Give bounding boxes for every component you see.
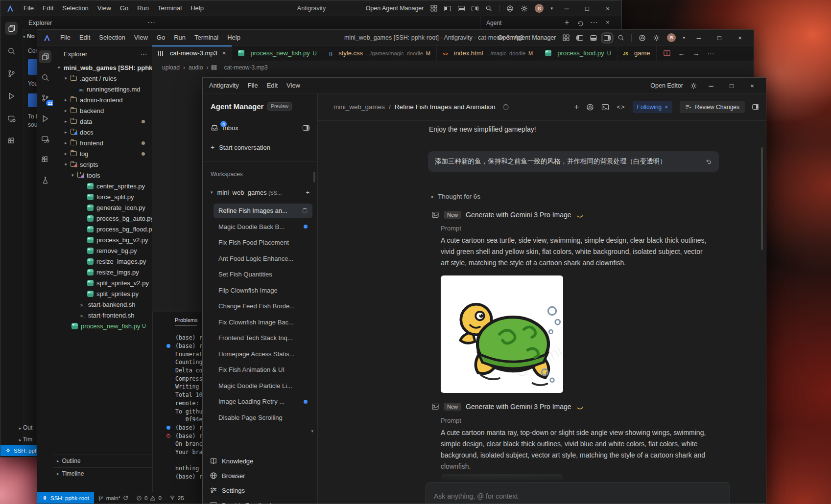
tree-item[interactable]: ▸ data bbox=[53, 116, 152, 127]
editor-more-icon[interactable]: ··· bbox=[708, 49, 714, 57]
layout-grid-icon[interactable] bbox=[430, 5, 437, 12]
tree-item[interactable]: split_sprites.py bbox=[53, 288, 152, 299]
back-minimize-button[interactable]: ─ bbox=[560, 5, 573, 12]
tree-item[interactable]: force_split.py bbox=[53, 191, 152, 202]
conversation-item[interactable]: Frontend Tech Stack Inq... bbox=[214, 331, 312, 345]
toggle-bottom-panel-icon[interactable] bbox=[590, 35, 597, 41]
editor-tab[interactable]: process_food.py U bbox=[539, 46, 617, 61]
toggle-bottom-panel-icon[interactable] bbox=[458, 6, 465, 11]
tree-item[interactable]: start-frontend.sh bbox=[53, 310, 152, 321]
toggle-side-panel-icon[interactable] bbox=[752, 104, 759, 110]
explorer-activity-icon[interactable] bbox=[5, 22, 18, 35]
tree-item[interactable]: process_bg_flood.py bbox=[53, 224, 152, 234]
conversation-item[interactable]: Homepage Access Statis... bbox=[214, 346, 312, 361]
back-explorer-more-icon[interactable]: ··· bbox=[147, 18, 155, 27]
tree-item[interactable]: ▸ backend bbox=[53, 105, 152, 116]
source-control-activity-icon[interactable]: 22 bbox=[39, 92, 51, 104]
conversation-item[interactable]: Magic Doodle Back B... bbox=[214, 219, 312, 234]
agent-maximize-button[interactable]: □ bbox=[725, 82, 738, 90]
nav-forward-icon[interactable]: → bbox=[693, 49, 700, 57]
menu-item[interactable]: Help bbox=[186, 3, 208, 13]
menu-item[interactable]: View bbox=[130, 32, 152, 43]
ide-close-button[interactable]: × bbox=[733, 34, 747, 42]
tree-item[interactable]: resize_images.py bbox=[53, 256, 152, 267]
menu-item[interactable]: Selection bbox=[58, 3, 93, 13]
settings-gear-icon[interactable] bbox=[653, 34, 660, 42]
editor-tab[interactable]: cat-meow-3.mp3 × bbox=[152, 46, 232, 61]
tree-item[interactable]: start-bankend.sh bbox=[53, 299, 152, 310]
ide-minimize-button[interactable]: ─ bbox=[692, 34, 706, 42]
start-conversation-button[interactable]: + Start conversation bbox=[208, 140, 312, 154]
tree-item[interactable]: process_bg_v2.py bbox=[53, 234, 152, 245]
menu-item[interactable]: Go bbox=[116, 3, 133, 13]
run-debug-activity-icon[interactable] bbox=[39, 112, 51, 125]
menu-item[interactable]: Run bbox=[133, 3, 153, 13]
menu-item[interactable]: File bbox=[19, 3, 38, 13]
settings-gear-icon[interactable] bbox=[690, 82, 697, 90]
conversation-item[interactable]: Fix Fish Animation & UI bbox=[214, 363, 312, 377]
conversation-item[interactable]: Set Fish Quantities bbox=[214, 267, 312, 282]
following-chip[interactable]: Following × bbox=[633, 101, 673, 113]
menu-item[interactable]: View bbox=[282, 80, 305, 91]
timeline-section[interactable]: ▸Timeline bbox=[53, 467, 152, 479]
problems-tab[interactable]: Problems bbox=[175, 317, 197, 325]
browser-icon[interactable] bbox=[506, 5, 514, 12]
editor-tab[interactable]: index.html .../magic_doodle M bbox=[437, 46, 539, 61]
review-changes-button[interactable]: Review Changes bbox=[680, 101, 745, 113]
editor-tab[interactable]: process_new_fish.py U bbox=[232, 46, 323, 61]
menu-item[interactable]: Go bbox=[152, 32, 169, 43]
run-debug-activity-icon[interactable] bbox=[5, 90, 18, 102]
open-agent-manager-button[interactable]: Open Agent Manager bbox=[366, 5, 424, 12]
generated-turtle-image[interactable]: Gemini bbox=[441, 275, 563, 393]
back-close-button[interactable]: × bbox=[601, 5, 615, 12]
account-chevron-icon[interactable]: ▾ bbox=[550, 6, 553, 11]
tree-item[interactable]: remove_bg.py bbox=[53, 245, 152, 256]
menu-item[interactable]: Help bbox=[223, 32, 245, 43]
toggle-left-panel-icon[interactable] bbox=[576, 35, 583, 41]
menu-item[interactable]: File bbox=[56, 32, 75, 43]
tree-item[interactable]: resize_imgs.py bbox=[53, 267, 152, 277]
source-control-activity-icon[interactable] bbox=[5, 67, 18, 80]
tree-item[interactable]: ▸ admin-frontend bbox=[53, 94, 152, 105]
tree-item[interactable]: split_sprites_v2.py bbox=[53, 277, 152, 288]
back-maximize-button[interactable]: □ bbox=[580, 5, 594, 12]
sidebar-footer-item[interactable]: Knowledge bbox=[207, 454, 313, 468]
avatar[interactable]: R bbox=[667, 33, 676, 42]
problems-status[interactable]: 0 0 bbox=[132, 495, 166, 501]
extensions-activity-icon[interactable] bbox=[39, 153, 51, 166]
scroll-more-chevron-icon[interactable]: ▾ bbox=[311, 429, 313, 434]
split-editor-icon[interactable] bbox=[664, 50, 670, 56]
conversation-item[interactable]: Magic Doodle Particle Li... bbox=[214, 378, 312, 393]
tree-item[interactable]: ▾ scripts bbox=[53, 159, 152, 170]
conversation-item[interactable]: Change Feed Fish Borde... bbox=[214, 299, 312, 314]
open-panel-icon[interactable] bbox=[303, 125, 309, 131]
menu-item[interactable]: Edit bbox=[38, 3, 58, 13]
chat-input[interactable]: Ask anything, @ for context + ∧Fast ∧Gem… bbox=[426, 482, 730, 504]
conversation-item[interactable]: Fix Fish Food Placement bbox=[214, 235, 312, 250]
search-activity-icon[interactable] bbox=[5, 45, 18, 57]
back-agent-close-icon[interactable]: × bbox=[606, 19, 610, 26]
new-conversation-icon[interactable]: + bbox=[574, 102, 579, 112]
tree-item[interactable]: ▾ tools bbox=[53, 170, 152, 181]
tab-close-icon[interactable]: × bbox=[222, 49, 226, 57]
conversation-item[interactable]: Ant Food Logic Enhance... bbox=[214, 251, 312, 266]
sidebar-footer-item[interactable]: Provide Feedback bbox=[207, 498, 313, 504]
editor-tab[interactable]: game bbox=[617, 46, 657, 61]
back-timeline-section[interactable]: ▸ Tim bbox=[19, 436, 32, 443]
agent-close-button[interactable]: × bbox=[745, 82, 759, 90]
sidebar-footer-item[interactable]: Browser bbox=[207, 469, 313, 482]
remote-explorer-activity-icon[interactable] bbox=[39, 133, 51, 145]
menu-item[interactable]: Antigravity bbox=[205, 80, 243, 91]
sidebar-scrollbar[interactable] bbox=[313, 172, 315, 183]
menu-item[interactable]: Run bbox=[169, 32, 190, 43]
undo-icon[interactable] bbox=[705, 158, 712, 165]
editor-tab[interactable]: style.css .../games/magic_doodle M bbox=[323, 46, 437, 61]
menu-item[interactable]: Edit bbox=[75, 32, 95, 43]
extensions-activity-icon[interactable] bbox=[5, 135, 18, 147]
workspace-row[interactable]: ▾ mini_web_games [SS... + bbox=[208, 185, 312, 199]
layout-grid-icon[interactable] bbox=[563, 34, 570, 41]
avatar[interactable]: R bbox=[535, 4, 544, 13]
tree-item[interactable]: center_sprites.py bbox=[53, 181, 152, 191]
terminal-icon[interactable] bbox=[601, 103, 609, 111]
tree-item[interactable]: ▸ docs bbox=[53, 127, 152, 137]
